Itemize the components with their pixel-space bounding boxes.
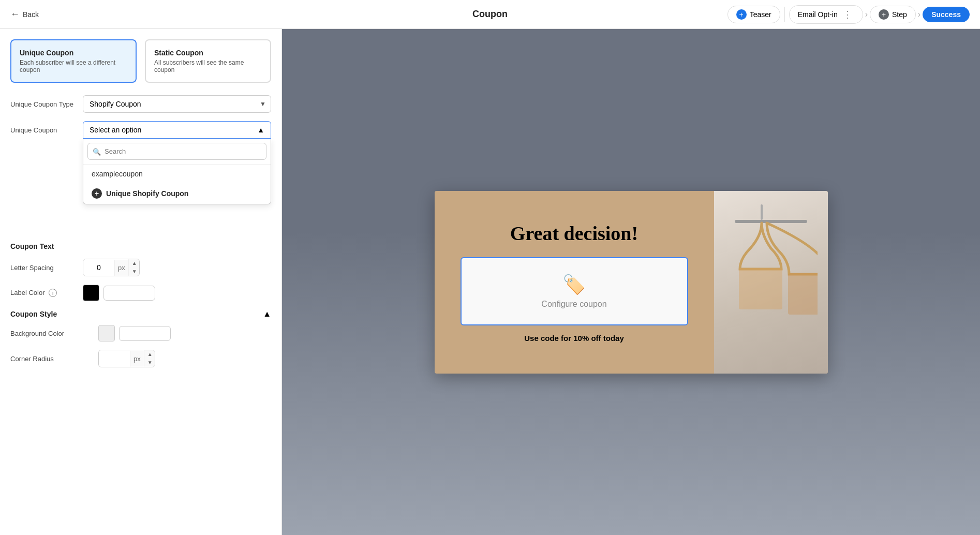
left-panel: Unique Coupon Each subscriber will see a… [0,29,282,535]
dropdown-item-add-unique[interactable]: + Unique Shopify Coupon [83,183,271,204]
popup-title: Great decision! [510,222,638,245]
letter-spacing-input[interactable]: 0 [83,259,114,276]
coupon-type-select[interactable]: Shopify Coupon [83,95,271,113]
unique-coupon-title: Unique Coupon [20,49,127,57]
coupon-style-collapse-icon: ▲ [263,309,271,319]
nav-step-teaser-label: Teaser [750,10,771,19]
letter-spacing-label: Letter Spacing [10,264,83,272]
popup-background: Great decision! 🏷️ Configure coupon Use … [282,29,980,535]
static-coupon-title: Static Coupon [154,49,262,57]
background-color-input-wrap: #EEEEEE [98,325,171,341]
corner-radius-row: Corner Radius 2 px ▲ ▼ [10,350,271,367]
background-color-input[interactable]: #EEEEEE [119,326,171,341]
back-arrow-icon: ← [10,9,20,20]
corner-radius-up[interactable]: ▲ [144,350,155,359]
coupon-text-section: Coupon Text [10,242,271,250]
main-layout: Unique Coupon Each subscriber will see a… [0,29,980,535]
svg-rect-1 [735,220,807,223]
dropdown-menu: 🔍 examplecoupon + Unique Shopify Coupon [83,139,271,204]
nav-step-success-label: Success [931,10,961,19]
nav-steps: + Teaser Email Opt-in ⋮ › + Step › Succe… [727,5,970,24]
static-coupon-card[interactable]: Static Coupon All subscribers will see t… [145,39,271,83]
label-color-input-wrap: #000000 [83,285,155,301]
coupon-box[interactable]: 🏷️ Configure coupon [461,257,688,325]
popup-subtext: Use code for 10% off today [524,334,624,343]
nav-divider-1 [784,7,785,22]
right-panel: Great decision! 🏷️ Configure coupon Use … [282,29,980,535]
letter-spacing-input-wrap: 0 px ▲ ▼ [83,259,140,276]
corner-radius-arrows: ▲ ▼ [144,350,155,367]
nav-step-step[interactable]: + Step [870,6,916,23]
corner-radius-input-wrap: 2 px ▲ ▼ [98,350,155,367]
hangers-bg [714,191,828,374]
coupon-type-row-form: Unique Coupon Type Shopify Coupon ▼ [10,95,271,113]
svg-rect-3 [788,273,818,315]
nav-step-email-opt-in[interactable]: Email Opt-in ⋮ [789,5,863,24]
preview-area: Great decision! 🏷️ Configure coupon Use … [282,29,980,535]
background-color-label: Background Color [10,330,98,337]
letter-spacing-up[interactable]: ▲ [129,259,140,268]
letter-spacing-down[interactable]: ▼ [129,268,140,276]
coupon-style-section-header[interactable]: Coupon Style ▲ [10,309,271,319]
nav-plus-teaser: + [736,9,747,20]
nav-step-email-label: Email Opt-in [798,10,838,19]
nav-step-step-label: Step [892,10,907,19]
unique-coupon-dropdown: Select an option ▲ 🔍 examplecoupon + [83,121,271,139]
letter-spacing-unit: px [114,260,128,276]
coupon-type-select-wrap: Shopify Coupon ▼ [83,95,271,113]
popup-left: Great decision! 🏷️ Configure coupon Use … [435,191,714,374]
corner-radius-down[interactable]: ▼ [144,359,155,367]
nav-plus-step: + [879,9,889,20]
label-color-row: Label Color i #000000 [10,285,271,301]
label-color-input[interactable]: #000000 [103,286,155,301]
coupon-tag-icon: 🏷️ [562,274,586,295]
page-title: Coupon [472,9,508,20]
configure-coupon-label: Configure coupon [541,300,606,309]
corner-radius-label: Corner Radius [10,355,98,363]
dropdown-item-examplecoupon[interactable]: examplecoupon [83,165,271,183]
svg-rect-0 [761,204,763,220]
coupon-style-title: Coupon Style [10,310,57,318]
search-wrap: 🔍 [87,143,266,160]
popup-right [714,191,828,374]
unique-coupon-card[interactable]: Unique Coupon Each subscriber will see a… [10,39,137,83]
nav-step-teaser[interactable]: + Teaser [727,6,780,23]
letter-spacing-arrows: ▲ ▼ [128,259,140,276]
unique-coupon-trigger[interactable]: Select an option ▲ [83,121,271,139]
nav-arrow-2: › [918,10,920,19]
label-color-info-icon[interactable]: i [49,289,57,297]
nav-arrow-1: › [865,10,868,19]
static-coupon-desc: All subscribers will see the same coupon [154,59,262,73]
dropdown-chevron-up-icon: ▲ [257,126,264,134]
background-color-swatch[interactable] [98,325,115,341]
nav-step-success[interactable]: Success [923,7,970,22]
unique-coupon-label: Unique Coupon [10,121,83,134]
corner-radius-input[interactable]: 2 [99,350,130,367]
back-button[interactable]: ← Back [10,9,39,20]
background-color-row: Background Color #EEEEEE [10,325,271,341]
label-color-swatch[interactable] [83,285,99,301]
top-nav: ← Back Coupon + Teaser Email Opt-in ⋮ › … [0,0,980,29]
unique-coupon-desc: Each subscriber will see a different cou… [20,59,127,73]
search-icon: 🔍 [93,147,101,155]
svg-rect-2 [739,268,782,309]
corner-radius-unit: px [130,351,144,367]
hangers-svg [724,199,818,365]
letter-spacing-row: Letter Spacing 0 px ▲ ▼ [10,259,271,276]
add-circle-icon: + [92,188,102,199]
coupon-type-label: Unique Coupon Type [10,100,83,108]
back-label: Back [23,10,39,19]
coupon-type-row: Unique Coupon Each subscriber will see a… [10,39,271,83]
nav-dots-icon[interactable]: ⋮ [841,9,854,20]
dropdown-search-input[interactable] [87,143,266,160]
label-color-label: Label Color i [10,289,83,298]
unique-coupon-placeholder: Select an option [90,126,141,134]
coupon-text-label: Coupon Text [10,242,271,250]
dropdown-search-area: 🔍 [83,139,271,165]
popup-card: Great decision! 🏷️ Configure coupon Use … [435,191,828,374]
unique-coupon-row: Unique Coupon Select an option ▲ 🔍 examp… [10,121,271,139]
